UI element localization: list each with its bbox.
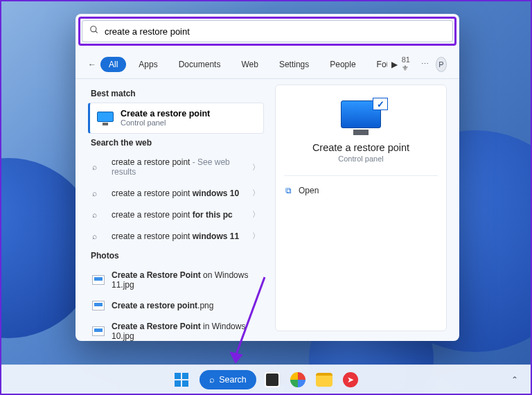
section-best-match: Best match [88,85,264,103]
svg-marker-3 [230,352,242,363]
divider [284,175,438,176]
taskbar-search-label: Search [219,375,247,385]
web-result[interactable]: ⌕ create a restore point for this pc 〉 [88,204,264,225]
tab-documents[interactable]: Documents [170,57,229,72]
search-icon: ⌕ [209,375,215,385]
profile-avatar[interactable]: P [436,57,447,72]
chevron-right-icon: 〉 [252,209,260,220]
search-bar[interactable] [82,20,453,42]
taskbar: ⌕ Search ➤ ⌃ [1,365,531,394]
photo-result[interactable]: Create a restore point.png [88,295,264,316]
task-view-button[interactable] [265,372,280,387]
details-subtitle: Control panel [338,155,383,163]
system-tray-chevron[interactable]: ⌃ [511,375,518,385]
photo-result[interactable]: Create a Restore Point on Windows 11.jpg [88,265,264,295]
search-icon: ⌕ [92,162,105,172]
search-icon: ⌕ [92,231,105,241]
web-result[interactable]: ⌕ create a restore point windows 11 〉 [88,225,264,247]
svg-point-0 [91,26,96,32]
back-button[interactable]: ← [88,60,96,69]
filter-tabs: ← All Apps Documents Web Settings People… [76,49,459,79]
image-thumbnail-icon [92,301,105,310]
taskbar-app-explorer[interactable] [316,373,332,387]
search-icon: ⌕ [92,188,105,198]
rewards-count[interactable]: 81 ⚜ [402,55,414,73]
section-search-web: Search the web [88,134,264,152]
windows-logo-icon [175,373,188,387]
taskbar-app-generic[interactable]: ➤ [341,370,360,389]
tab-folders[interactable]: Folders [369,57,387,72]
tabs-overflow-button[interactable]: ▶ [391,60,398,69]
best-match-subtitle: Control panel [121,119,210,128]
tab-apps[interactable]: Apps [130,57,166,72]
section-photos: Photos [88,247,264,265]
search-icon: ⌕ [92,210,105,220]
details-title: Create a restore point [312,142,409,153]
tab-web[interactable]: Web [233,57,266,72]
search-icon [89,25,99,37]
more-options-button[interactable]: ⋯ [421,60,429,69]
open-icon: ⧉ [285,186,292,195]
tab-all[interactable]: All [100,57,126,72]
tab-people[interactable]: People [321,57,364,72]
photo-result[interactable]: Create a Restore Point in Windows 10.jpg [88,316,264,341]
svg-line-1 [96,31,98,33]
search-bar-highlight [78,17,456,46]
web-result[interactable]: ⌕ create a restore point windows 10 〉 [88,182,264,204]
web-result[interactable]: ⌕ create a restore point - See web resul… [88,152,264,182]
search-input[interactable] [105,26,445,37]
open-action[interactable]: ⧉ Open [284,183,438,198]
taskbar-search-button[interactable]: ⌕ Search [200,370,256,389]
open-label: Open [299,186,319,195]
chevron-right-icon: 〉 [252,231,260,241]
system-properties-icon: ✓ [341,100,381,135]
best-match-title: Create a restore point [121,109,210,119]
best-match-result[interactable]: Create a restore point Control panel [88,103,264,134]
tab-settings[interactable]: Settings [271,57,317,72]
chevron-right-icon: 〉 [252,188,260,198]
image-thumbnail-icon [92,275,105,285]
windows-search-flyout: ← All Apps Documents Web Settings People… [76,14,459,341]
chevron-right-icon: 〉 [252,162,260,173]
image-thumbnail-icon [92,326,105,336]
result-details-pane: ✓ Create a restore point Control panel ⧉… [275,85,447,331]
taskbar-app-chrome[interactable] [288,370,308,389]
start-button[interactable] [172,370,191,389]
control-panel-icon [97,112,114,125]
